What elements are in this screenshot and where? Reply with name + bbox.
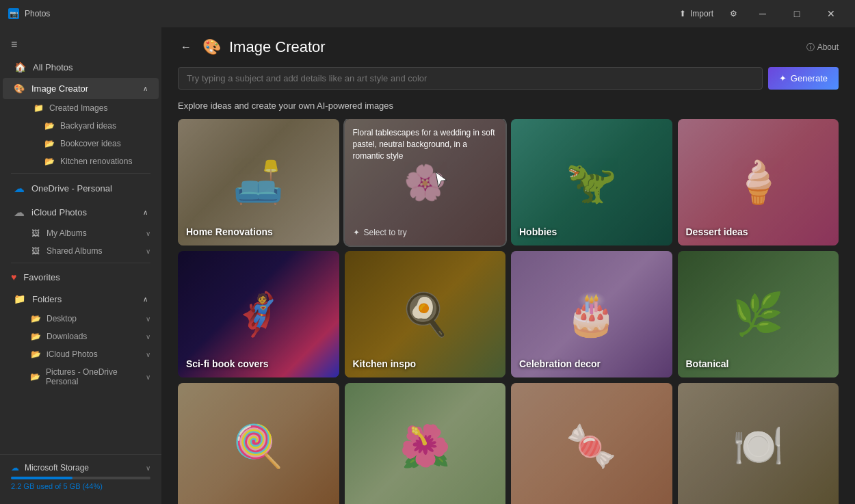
main-content: ← 🎨 Image Creator ⓘ About ✦ Generate Exp… xyxy=(161,27,855,504)
card-kitchen-inspo[interactable]: 🍳 Kitchen inspo xyxy=(345,251,506,377)
card-label: Botanical xyxy=(686,358,729,369)
folder-icon: 📂 xyxy=(44,121,55,131)
sidebar-item-all-photos[interactable]: 🏠 All Photos xyxy=(3,56,159,78)
albums-icon: 🖼 xyxy=(30,228,41,238)
about-label: About xyxy=(817,42,839,52)
sidebar-item-downloads[interactable]: 📂 Downloads ∨ xyxy=(22,328,159,345)
chevron-down-icon: ∨ xyxy=(146,351,150,358)
icloud-photos-label: iCloud Photos xyxy=(47,349,98,359)
chevron-up-icon: ∧ xyxy=(143,209,148,216)
card-floral-bottom[interactable]: 🌺 xyxy=(345,383,506,504)
chevron-up-icon: ∧ xyxy=(143,85,148,92)
generate-button[interactable]: ✦ Generate xyxy=(768,67,839,90)
maximize-button[interactable]: □ xyxy=(781,0,813,27)
close-icon: ✕ xyxy=(827,8,835,19)
kitchen-renovations-label: Kitchen renovations xyxy=(60,157,132,166)
card-image: 🌺 xyxy=(345,383,506,504)
import-button[interactable]: ⬆ Import xyxy=(672,6,720,21)
folder-icon: 📂 xyxy=(44,139,55,148)
sparkle-icon: ✦ xyxy=(779,73,787,83)
close-button[interactable]: ✕ xyxy=(815,0,847,27)
storage-label: ☁ Microsoft Storage ∨ xyxy=(11,463,150,473)
divider-2 xyxy=(11,263,150,263)
chevron-down-icon: ∨ xyxy=(146,373,150,381)
gear-icon: ⚙ xyxy=(730,9,737,18)
onedrive-icon: ☁ xyxy=(14,182,25,195)
sidebar-item-favorites[interactable]: ♥ Favorites xyxy=(0,266,161,288)
search-input[interactable] xyxy=(178,67,763,90)
chevron-down-icon: ∨ xyxy=(146,464,150,472)
created-images-icon: 📁 xyxy=(33,103,44,113)
chevron-down-icon: ∨ xyxy=(146,333,150,341)
cloud-storage-icon: ☁ xyxy=(11,463,19,473)
folders-label: Folders xyxy=(32,294,62,304)
select-label: Select to try xyxy=(364,228,407,237)
shared-albums-label: Shared Albums xyxy=(47,246,102,256)
select-to-try: ✦ Select to try xyxy=(353,228,407,237)
sidebar-item-image-creator[interactable]: 🎨 Image Creator ∧ xyxy=(3,78,159,99)
search-bar-row: ✦ Generate xyxy=(161,62,855,98)
sidebar-item-icloud[interactable]: ☁ iCloud Photos ∧ xyxy=(3,200,159,224)
all-photos-label: All Photos xyxy=(33,62,73,72)
about-link[interactable]: ⓘ About xyxy=(806,42,839,53)
card-swirl[interactable]: 🍭 xyxy=(178,383,339,504)
chevron-down-icon: ∨ xyxy=(146,315,150,323)
card-dessert-ideas[interactable]: 🍦 Dessert ideas xyxy=(678,119,839,246)
sidebar-section-folders[interactable]: 📁 Folders ∧ xyxy=(3,288,159,310)
minimize-icon: ─ xyxy=(759,8,766,19)
heart-icon: ♥ xyxy=(11,271,16,282)
onedrive-label: OneDrive - Personal xyxy=(31,183,112,194)
card-scifi-book-covers[interactable]: 🦸 Sci-fi book covers xyxy=(178,251,339,377)
storage-section: ☁ Microsoft Storage ∨ 2.2 GB used of 5 G… xyxy=(0,454,161,499)
storage-bar-fill xyxy=(11,477,73,479)
card-macarons[interactable]: 🍬 xyxy=(511,383,672,504)
title-bar: 📷 Photos ⬆ Import ⚙ ─ □ ✕ xyxy=(0,0,855,27)
sidebar-item-onedrive[interactable]: ☁ OneDrive - Personal xyxy=(3,176,159,200)
icloud-label: iCloud Photos xyxy=(31,207,87,217)
folders-children: 📂 Desktop ∨ 📂 Downloads ∨ 📂 iCloud Photo… xyxy=(0,310,161,390)
folder-icon: 📂 xyxy=(30,314,41,323)
backyard-label: Backyard ideas xyxy=(60,121,116,131)
shared-icon: 🖼 xyxy=(30,246,41,256)
created-images-label: Created Images xyxy=(49,103,107,113)
downloads-label: Downloads xyxy=(47,332,87,341)
back-button[interactable]: ← xyxy=(178,38,194,56)
card-botanical[interactable]: 🌿 Botanical xyxy=(678,251,839,377)
chevron-up-icon: ∧ xyxy=(143,295,148,303)
card-image: 🍬 xyxy=(511,383,672,504)
page-title: Image Creator xyxy=(229,38,326,56)
settings-button[interactable]: ⚙ xyxy=(723,6,744,21)
app-icon: 📷 xyxy=(8,8,19,19)
card-label: Sci-fi book covers xyxy=(186,358,269,369)
divider-1 xyxy=(11,173,150,174)
card-floral-tablescapes[interactable]: 🌸 Floral tablescapes for a wedding in so… xyxy=(345,119,506,246)
card-plate[interactable]: 🍽️ xyxy=(678,383,839,504)
storage-text: 2.2 GB used of 5 GB (44%) xyxy=(11,482,150,490)
desktop-label: Desktop xyxy=(47,314,77,323)
hover-text: Floral tablescapes for a wedding in soft… xyxy=(353,127,498,161)
chevron-down-icon: ∨ xyxy=(146,230,150,237)
sidebar-item-desktop[interactable]: 📂 Desktop ∨ xyxy=(22,310,159,328)
minimize-button[interactable]: ─ xyxy=(747,0,778,27)
app-name: Photos xyxy=(25,9,50,18)
sidebar-item-backyard[interactable]: 📂 Backyard ideas xyxy=(36,117,159,135)
folder-icon: 📂 xyxy=(30,372,40,382)
hamburger-menu[interactable]: ≡ xyxy=(0,33,161,56)
explore-label: Explore ideas and create your own AI-pow… xyxy=(161,98,855,119)
maximize-icon: □ xyxy=(794,8,800,19)
card-label: Dessert ideas xyxy=(686,226,748,237)
sidebar-item-created-images[interactable]: 📁 Created Images xyxy=(25,99,159,117)
pictures-onedrive-label: Pictures - OneDrive Personal xyxy=(46,367,140,386)
card-label: Celebration decor xyxy=(519,358,601,369)
sidebar-item-shared-albums[interactable]: 🖼 Shared Albums ∨ xyxy=(22,242,159,260)
sidebar-item-icloud-photos[interactable]: 📂 iCloud Photos ∨ xyxy=(22,345,159,363)
sidebar-item-my-albums[interactable]: 🖼 My Albums ∨ xyxy=(22,224,159,242)
favorites-label: Favorites xyxy=(23,272,60,282)
sidebar-item-kitchen-renovations[interactable]: 📂 Kitchen renovations xyxy=(36,152,159,170)
card-celebration-decor[interactable]: 🎂 Celebration decor xyxy=(511,251,672,377)
sidebar-item-bookcover[interactable]: 📂 Bookcover ideas xyxy=(36,135,159,152)
app-container: ≡ 🏠 All Photos 🎨 Image Creator ∧ 📁 Creat… xyxy=(0,27,855,504)
sidebar-item-pictures-onedrive[interactable]: 📂 Pictures - OneDrive Personal ∨ xyxy=(22,363,159,390)
card-home-renovations[interactable]: 🛋️ Home Renovations xyxy=(178,119,339,246)
card-hobbies[interactable]: 🦖 Hobbies xyxy=(511,119,672,246)
